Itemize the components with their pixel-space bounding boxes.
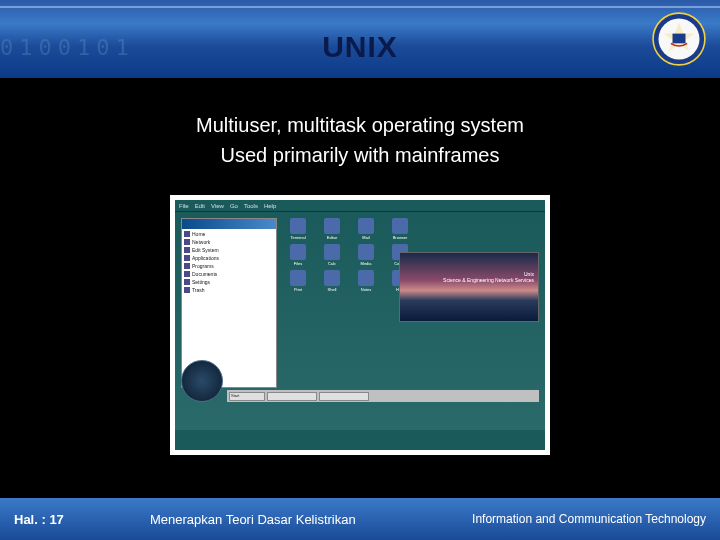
slide-body-text: Multiuser, multitask operating system Us… — [0, 110, 720, 170]
slide-header: 0100101 UNIX — [0, 0, 720, 78]
desktop-icon: Editor — [317, 218, 347, 240]
fm-titlebar — [182, 219, 276, 229]
desktop-icon: Calc — [317, 244, 347, 266]
desktop-icon: Mail — [351, 218, 381, 240]
screenshot-menubar: File Edit View Go Tools Help — [175, 200, 545, 212]
screenshot-taskbar: Start — [227, 390, 539, 402]
desktop-icon: Media — [351, 244, 381, 266]
start-button: Start — [229, 392, 265, 401]
fm-item: Home — [184, 231, 274, 237]
page-number: Hal. : 17 — [14, 512, 64, 527]
body-line-2: Used primarily with mainframes — [0, 140, 720, 170]
footer-subtitle: Menerapkan Teori Dasar Kelistrikan — [150, 512, 356, 527]
body-line-1: Multiuser, multitask operating system — [0, 110, 720, 140]
menu-item: View — [211, 203, 224, 209]
slide-footer: Hal. : 17 Menerapkan Teori Dasar Kelistr… — [0, 498, 720, 540]
menu-item: File — [179, 203, 189, 209]
taskbar-item — [267, 392, 317, 401]
logo-emblem — [652, 12, 706, 66]
fm-item: Documents — [184, 271, 274, 277]
embedded-screenshot: File Edit View Go Tools Help Home Networ… — [170, 195, 550, 455]
fm-item: Trash — [184, 287, 274, 293]
desktop-icon: Browser — [385, 218, 415, 240]
fm-item: Edit System — [184, 247, 274, 253]
fm-item: Network — [184, 239, 274, 245]
fm-item: Programs — [184, 263, 274, 269]
footer-topic: Information and Communication Technology — [472, 512, 706, 526]
screenshot-wallpaper-panel: Unix Science & Engineering Network Servi… — [399, 252, 539, 322]
wallpaper-subtitle: Science & Engineering Network Services — [404, 277, 534, 283]
taskbar-item — [319, 392, 369, 401]
fm-item: Settings — [184, 279, 274, 285]
header-accent-line — [0, 6, 720, 8]
slide-title: UNIX — [0, 30, 720, 64]
desktop-icon: Notes — [351, 270, 381, 292]
menu-item: Help — [264, 203, 276, 209]
fm-item: Applications — [184, 255, 274, 261]
desktop-icon: Shell — [317, 270, 347, 292]
menu-item: Go — [230, 203, 238, 209]
svg-rect-2 — [673, 34, 686, 44]
desktop-icon: Files — [283, 244, 313, 266]
desktop-icon: Print — [283, 270, 313, 292]
screenshot-desktop: Home Network Edit System Applications Pr… — [175, 212, 545, 430]
menu-item: Tools — [244, 203, 258, 209]
screenshot-dock-dial — [181, 360, 223, 402]
desktop-icon: Terminal — [283, 218, 313, 240]
menu-item: Edit — [195, 203, 205, 209]
